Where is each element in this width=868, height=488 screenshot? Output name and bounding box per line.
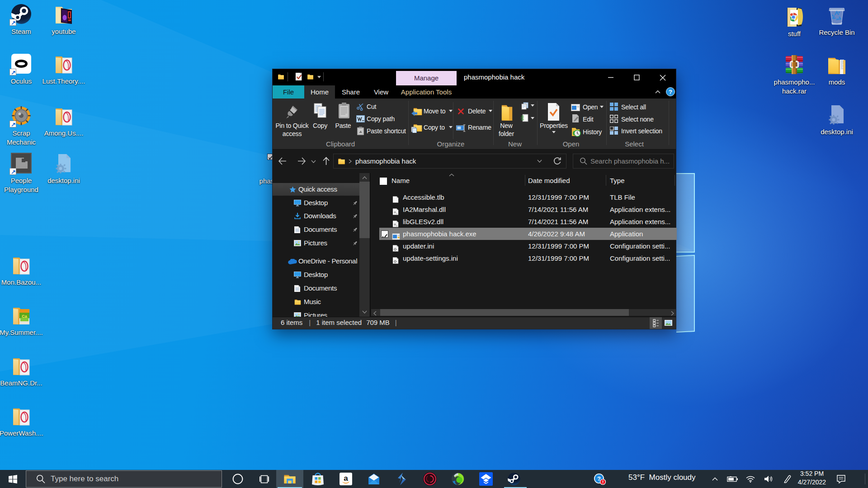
svg-text:a: a bbox=[344, 474, 348, 483]
